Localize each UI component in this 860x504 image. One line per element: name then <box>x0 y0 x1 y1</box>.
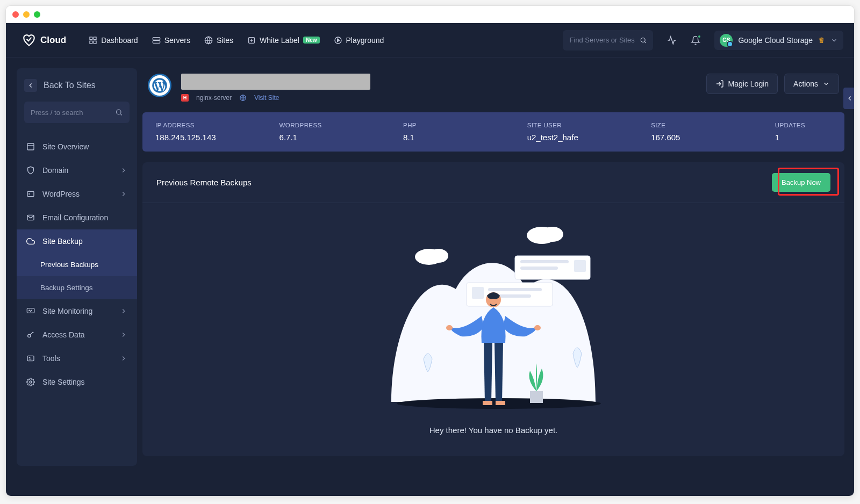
globe-icon <box>239 94 247 102</box>
sidebar-item-domain[interactable]: Domain <box>17 159 137 182</box>
actions-dropdown[interactable]: Actions <box>784 74 839 94</box>
sidebar: Back To Sites Site Overview Domain <box>6 57 137 477</box>
empty-state-message: Hey there! You have no Backup yet. <box>429 426 558 435</box>
svg-point-15 <box>641 38 645 42</box>
card-title: Previous Remote Backups <box>156 178 252 187</box>
stat-label: SIZE <box>651 122 764 128</box>
sidebar-item-email[interactable]: Email Configuration <box>17 206 137 229</box>
server-name[interactable]: nginx-server <box>196 94 232 102</box>
new-badge: New <box>303 37 320 44</box>
notifications-button[interactable] <box>691 35 700 45</box>
crown-icon: ♛ <box>818 36 825 45</box>
sidebar-item-label: Tools <box>42 354 60 363</box>
sidebar-item-wordpress[interactable]: WordPress <box>17 182 137 206</box>
svg-rect-43 <box>520 267 558 270</box>
chevron-right-icon <box>120 331 127 339</box>
sidebar-item-backup[interactable]: Site Backup <box>17 229 137 253</box>
svg-rect-21 <box>27 191 34 196</box>
svg-point-39 <box>429 249 448 263</box>
global-search-input[interactable] <box>569 36 635 44</box>
stat-value: 188.245.125.143 <box>155 133 269 142</box>
svg-point-52 <box>534 325 541 330</box>
sidebar-item-access[interactable]: Access Data <box>17 323 137 347</box>
chevron-right-icon <box>120 307 127 315</box>
backups-card: Previous Remote Backups Backup Now <box>142 162 844 456</box>
stat-updates: UPDATES 1 <box>775 122 832 142</box>
sidebar-item-label: Backup Settings <box>40 284 93 292</box>
stat-value: 167.605 <box>651 133 764 142</box>
sidebar-search[interactable] <box>24 102 130 123</box>
svg-rect-3 <box>90 41 92 44</box>
nav-dashboard-label: Dashboard <box>101 36 138 45</box>
minimize-window-icon[interactable] <box>23 11 30 18</box>
key-icon <box>26 330 35 339</box>
nav-playground[interactable]: Playground <box>334 36 384 45</box>
back-button[interactable] <box>24 79 37 92</box>
sidebar-item-label: Site Overview <box>42 142 89 151</box>
stat-label: PHP <box>403 122 517 128</box>
grid-icon <box>89 36 97 45</box>
sidebar-item-overview[interactable]: Site Overview <box>17 135 137 159</box>
svg-rect-0 <box>90 37 92 40</box>
close-window-icon[interactable] <box>12 11 19 18</box>
visit-site-link[interactable]: Visit Site <box>254 94 279 102</box>
chevron-down-icon <box>830 37 838 44</box>
sidebar-item-settings[interactable]: Site Settings <box>17 370 137 394</box>
sidebar-item-monitoring[interactable]: Site Monitoring <box>17 299 137 323</box>
globe-icon <box>204 36 213 45</box>
svg-line-27 <box>33 332 33 333</box>
empty-state-illustration <box>359 219 628 413</box>
svg-point-31 <box>30 381 32 383</box>
search-icon <box>640 36 647 45</box>
sidebar-item-tools[interactable]: Tools <box>17 347 137 370</box>
nav-dashboard[interactable]: Dashboard <box>89 36 138 45</box>
stat-value: u2_test2_hafe <box>527 133 641 142</box>
monitor-icon <box>26 307 35 315</box>
activity-icon[interactable] <box>667 35 677 45</box>
stat-label: UPDATES <box>775 122 832 128</box>
gear-icon <box>26 378 35 386</box>
sidebar-item-previous-backups[interactable]: Previous Backups <box>17 253 137 276</box>
svg-point-22 <box>29 193 30 194</box>
svg-rect-54 <box>530 391 543 403</box>
nav-sites[interactable]: Sites <box>204 36 233 45</box>
back-label[interactable]: Back To Sites <box>44 81 96 90</box>
sidebar-item-label: Previous Backups <box>40 261 98 269</box>
nav-servers[interactable]: Servers <box>152 36 190 45</box>
svg-rect-1 <box>94 37 96 40</box>
nav-white-label[interactable]: White Label New <box>247 36 320 45</box>
nav-playground-label: Playground <box>346 36 384 45</box>
account-menu[interactable]: GS Google Cloud Storage ♛ <box>714 31 843 50</box>
server-icon <box>152 36 161 45</box>
shield-icon <box>26 166 35 175</box>
sidebar-item-backup-settings[interactable]: Backup Settings <box>17 276 137 299</box>
maximize-window-icon[interactable] <box>34 11 40 18</box>
stat-value: 1 <box>775 133 832 142</box>
svg-rect-49 <box>483 401 492 405</box>
sidebar-item-label: Domain <box>42 166 68 175</box>
tools-icon <box>26 354 35 363</box>
notification-dot <box>697 34 701 39</box>
login-icon <box>715 80 724 88</box>
backup-now-button[interactable]: Backup Now <box>772 173 830 192</box>
global-search[interactable] <box>563 30 653 51</box>
stat-value: 6.7.1 <box>280 133 393 142</box>
svg-line-16 <box>644 41 646 42</box>
sidebar-search-input[interactable] <box>31 109 115 117</box>
svg-line-18 <box>121 114 123 116</box>
sidebar-item-label: Site Settings <box>42 378 85 386</box>
svg-point-17 <box>117 110 121 114</box>
magic-login-button[interactable]: Magic Login <box>706 74 778 94</box>
avatar: GS <box>720 34 733 47</box>
nav-servers-label: Servers <box>164 36 190 45</box>
svg-rect-44 <box>574 260 586 272</box>
mail-icon <box>26 213 35 222</box>
brand-logo[interactable]: Cloud <box>22 33 66 47</box>
account-label: Google Cloud Storage <box>738 36 813 45</box>
svg-point-25 <box>28 334 31 337</box>
search-icon <box>115 108 123 117</box>
play-icon <box>334 36 342 45</box>
stat-label: WORDPRESS <box>280 122 393 128</box>
overview-icon <box>26 142 35 151</box>
chevron-right-icon <box>120 190 127 198</box>
